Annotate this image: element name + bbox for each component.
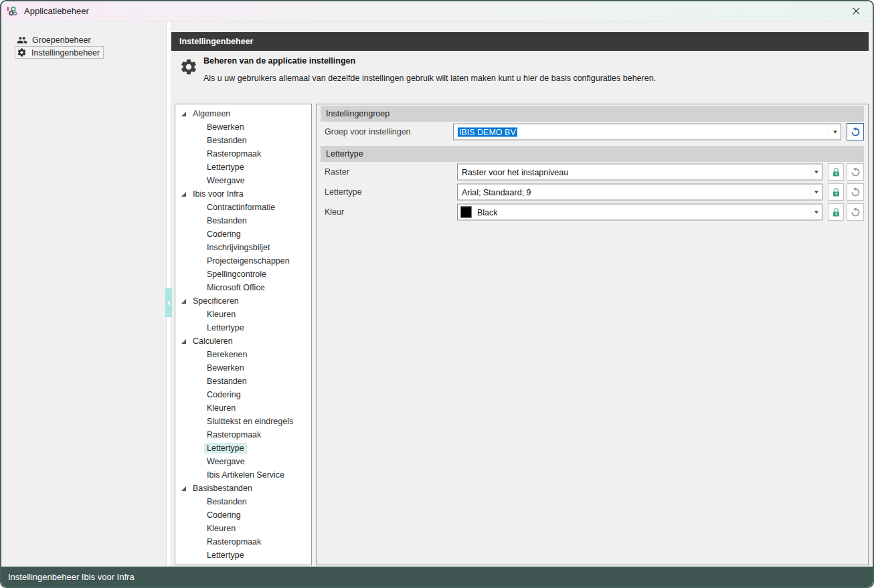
panel-splitter[interactable] bbox=[166, 22, 171, 565]
tree-item-label: Berekenen bbox=[204, 349, 250, 360]
tree-group[interactable]: Specificeren bbox=[175, 294, 311, 308]
tree-item-label: Kleuren bbox=[204, 523, 238, 534]
tree-item[interactable]: Kleuren bbox=[175, 308, 311, 321]
form-area: InstellingengroepGroep voor instellingen… bbox=[317, 106, 868, 222]
combo-value: Black bbox=[476, 207, 810, 217]
tree-item-label: Algemeen bbox=[190, 108, 233, 119]
tree-item-label: Projecteigenschappen bbox=[204, 256, 292, 266]
combo-groep-voor-instellingen[interactable]: IBIS DEMO BV bbox=[453, 124, 841, 140]
field-row: LettertypeArial; Standaard; 9 bbox=[321, 182, 864, 202]
tree-item-label: Rasteropmaak bbox=[204, 429, 264, 440]
tree-group[interactable]: Basisbestanden bbox=[175, 482, 311, 495]
expand-icon[interactable] bbox=[181, 192, 186, 197]
tree-item-label: Specificeren bbox=[190, 296, 242, 306]
chevron-down-icon[interactable] bbox=[810, 165, 822, 180]
tree-item[interactable]: Ibis Artikelen Service bbox=[175, 468, 311, 482]
tree-group[interactable]: Ibis voor Infra bbox=[175, 187, 311, 201]
tree-item[interactable]: Weergave bbox=[175, 174, 311, 187]
tree-item[interactable]: Projecteigenschappen bbox=[175, 254, 311, 268]
tree-item-label: Bestanden bbox=[204, 215, 250, 226]
chevron-down-icon[interactable] bbox=[810, 185, 822, 200]
expand-icon[interactable] bbox=[181, 486, 186, 491]
chevron-down-icon[interactable] bbox=[810, 205, 822, 220]
tree-item-label: Lettertype bbox=[204, 162, 247, 173]
app-icon bbox=[7, 5, 19, 17]
status-text: Instellingenbeheer Ibis voor Infra bbox=[8, 572, 135, 582]
status-bar: Instellingenbeheer Ibis voor Infra bbox=[1, 567, 873, 587]
tree-item-label: Inschrijvingsbiljet bbox=[204, 242, 272, 253]
sidebar-item-instellingenbeheer[interactable]: Instellingenbeheer bbox=[15, 46, 104, 59]
field-row: KleurBlack bbox=[321, 202, 864, 222]
chevron-down-icon[interactable] bbox=[828, 124, 841, 140]
tree-item[interactable]: Kleuren bbox=[175, 522, 311, 535]
tree-item-label: Sluittekst en eindregels bbox=[204, 416, 296, 427]
tree-item[interactable]: Sluittekst en eindregels bbox=[175, 415, 311, 428]
tree-item-label: Codering bbox=[204, 389, 244, 400]
combo-kleur[interactable]: Black bbox=[457, 204, 822, 221]
tree-item[interactable]: Spellingcontrole bbox=[175, 268, 311, 281]
expand-icon[interactable] bbox=[181, 339, 186, 344]
sidebar-item-label: Instellingenbeheer bbox=[31, 48, 100, 58]
tree-item[interactable]: Rasteropmaak bbox=[175, 428, 311, 442]
tree-item-label: Calculeren bbox=[190, 336, 236, 347]
tree-item[interactable]: Bestanden bbox=[175, 134, 311, 147]
tree-item[interactable]: Codering bbox=[175, 508, 311, 522]
users-icon bbox=[17, 35, 27, 45]
undo-button[interactable] bbox=[847, 203, 864, 221]
tree-item[interactable]: Bestanden bbox=[175, 375, 311, 388]
tree-item[interactable]: Weergave bbox=[175, 455, 311, 468]
tree-list: AlgemeenBewerkenBestandenRasteropmaakLet… bbox=[175, 107, 311, 562]
combo-lettertype[interactable]: Arial; Standaard; 9 bbox=[457, 184, 822, 201]
chevron-down-glyph bbox=[833, 130, 837, 133]
tree-group[interactable]: Calculeren bbox=[175, 334, 311, 348]
tree-item-label: Contractinformatie bbox=[204, 202, 278, 213]
field-row: RasterRaster voor het instapniveau bbox=[321, 162, 864, 182]
tree-item[interactable]: Bewerken bbox=[175, 361, 311, 375]
sidebar-item-groepenbeheer[interactable]: Groepenbeheer bbox=[15, 33, 95, 46]
settings-tree: AlgemeenBewerkenBestandenRasteropmaakLet… bbox=[175, 104, 312, 565]
collapse-left-icon bbox=[167, 300, 170, 306]
tree-item[interactable]: Lettertype bbox=[175, 442, 311, 455]
tree-item-label: Rasteropmaak bbox=[204, 536, 264, 547]
tree-item[interactable]: Microsoft Office bbox=[175, 281, 311, 294]
tree-item[interactable]: Berekenen bbox=[175, 348, 311, 361]
close-button[interactable] bbox=[845, 3, 867, 20]
lock-button[interactable] bbox=[828, 203, 844, 221]
tree-item-label: Weergave bbox=[204, 175, 248, 186]
undo-button[interactable] bbox=[847, 183, 864, 201]
undo-button[interactable] bbox=[847, 163, 864, 181]
tree-item-label: Lettertype bbox=[204, 443, 247, 454]
tree-item-label: Bestanden bbox=[204, 135, 250, 146]
lock-button[interactable] bbox=[828, 183, 844, 201]
field-row: Groep voor instellingenIBIS DEMO BV bbox=[321, 122, 864, 142]
lock-button[interactable] bbox=[828, 163, 844, 181]
tree-item[interactable]: Rasteropmaak bbox=[175, 535, 311, 549]
section-header: Instellingengroep bbox=[321, 106, 864, 122]
combo-raster[interactable]: Raster voor het instapniveau bbox=[457, 164, 822, 181]
description-text: Als u uw gebruikers allemaal van dezelfd… bbox=[203, 74, 656, 83]
tree-group[interactable]: Algemeen bbox=[175, 107, 311, 120]
chevron-down-glyph bbox=[814, 211, 818, 213]
tree-item-label: Kleuren bbox=[204, 403, 238, 413]
undo-button[interactable] bbox=[847, 123, 864, 140]
tree-item[interactable]: Codering bbox=[175, 388, 311, 401]
tree-item[interactable]: Lettertype bbox=[175, 549, 311, 562]
tree-item[interactable]: Bewerken bbox=[175, 120, 311, 134]
expand-icon[interactable] bbox=[181, 299, 186, 304]
tree-item[interactable]: Codering bbox=[175, 227, 311, 241]
tree-item[interactable]: Rasteropmaak bbox=[175, 147, 311, 161]
field-label: Raster bbox=[325, 167, 349, 177]
color-swatch bbox=[460, 207, 472, 218]
tree-item-label: Rasteropmaak bbox=[204, 149, 264, 159]
tree-item[interactable]: Kleuren bbox=[175, 401, 311, 415]
tree-item[interactable]: Bestanden bbox=[175, 214, 311, 227]
tree-item-label: Spellingcontrole bbox=[204, 269, 269, 280]
tree-item[interactable]: Bestanden bbox=[175, 495, 311, 508]
combo-value: Raster voor het instapniveau bbox=[460, 167, 810, 177]
expand-icon[interactable] bbox=[181, 112, 186, 116]
tree-item[interactable]: Lettertype bbox=[175, 321, 311, 334]
tree-item[interactable]: Contractinformatie bbox=[175, 201, 311, 214]
tree-item[interactable]: Inschrijvingsbiljet bbox=[175, 241, 311, 254]
tree-item[interactable]: Lettertype bbox=[175, 161, 311, 174]
description-banner: Beheren van de applicatie instellingen A… bbox=[171, 51, 869, 104]
